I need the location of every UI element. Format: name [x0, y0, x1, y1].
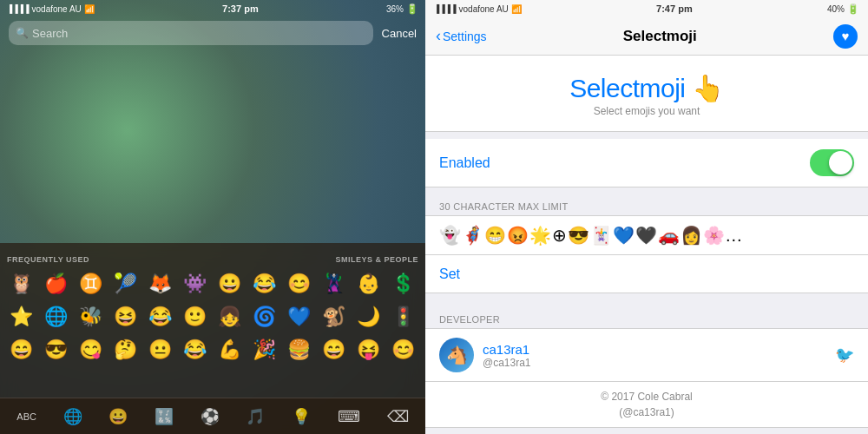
- app-subtitle: Select emojis you want: [425, 105, 868, 117]
- battery-label-right: 40%: [827, 4, 845, 14]
- copyright-row: © 2017 Cole Cabral (@ca13ra1): [425, 382, 868, 428]
- emoji-cell[interactable]: 🌙: [351, 300, 385, 333]
- emoji-cell[interactable]: 💪: [212, 333, 247, 366]
- left-panel: ▐▐▐▐ vodafone AU 📶 7:37 pm 36% 🔋 🔍 Searc…: [0, 0, 425, 434]
- emoji-cell[interactable]: 👾: [177, 267, 212, 300]
- keyboard-icon[interactable]: ⌨: [338, 407, 360, 426]
- emoji-cell[interactable]: 🚦: [385, 300, 420, 333]
- emoji-cell[interactable]: 👧: [212, 300, 247, 333]
- emoji-cell[interactable]: 😂: [247, 267, 281, 300]
- toggle-knob: [829, 151, 852, 174]
- emoji-cell[interactable]: 😊: [281, 267, 316, 300]
- battery-info: 36% 🔋: [386, 3, 418, 15]
- search-placeholder: Search: [32, 27, 68, 40]
- emoji-cell[interactable]: 💲: [385, 267, 420, 300]
- carrier-name-right: vodafone AU: [459, 4, 509, 14]
- emoji-keyboard: FREQUENTLY USED SMILEYS & PEOPLE 🦉 🍎 ♊ 🎾…: [0, 252, 425, 434]
- set-label: Set: [439, 266, 460, 282]
- battery-icon: 🔋: [406, 3, 418, 15]
- emoji-selection-row[interactable]: 👻🦸😁😡🌟⊕😎🃏💙🖤🚗👩🌸...: [425, 215, 868, 255]
- search-input-wrap[interactable]: 🔍 Search: [9, 21, 373, 45]
- search-icon: 🔍: [16, 27, 29, 39]
- sports-icon[interactable]: ⚽: [201, 407, 220, 426]
- music-icon[interactable]: 🎵: [246, 407, 265, 426]
- emoji-cell[interactable]: 😂: [142, 300, 177, 333]
- emoji-cell[interactable]: 🐒: [316, 300, 351, 333]
- smiley-icon[interactable]: 😀: [108, 407, 128, 426]
- enabled-label: Enabled: [439, 155, 490, 171]
- emoji-cell[interactable]: ♊: [73, 267, 108, 300]
- emoji-cell[interactable]: 🐝: [73, 300, 108, 333]
- emoji-cell[interactable]: 😋: [73, 333, 108, 366]
- emoji-cell[interactable]: 🙂: [177, 300, 212, 333]
- emoji-cell[interactable]: 😝: [351, 333, 385, 366]
- back-button[interactable]: ‹ Settings: [436, 27, 487, 45]
- carrier-info: ▐▐▐▐ vodafone AU 📶: [7, 4, 95, 14]
- back-arrow-icon: ‹: [436, 27, 441, 45]
- emoji-cell[interactable]: 🤔: [108, 333, 142, 366]
- section-divider-3: [425, 293, 868, 300]
- battery-label: 36%: [386, 4, 404, 14]
- app-header: Selectmoji 👆 Select emojis you want: [425, 56, 868, 132]
- emoji-cell[interactable]: 😂: [177, 333, 212, 366]
- status-time: 7:37 pm: [222, 3, 259, 14]
- carrier-info-right: ▐▐▐▐ vodafone AU 📶: [434, 4, 522, 14]
- nav-title: Selectmoji: [623, 28, 697, 45]
- wifi-icon: 📶: [84, 4, 95, 14]
- developer-section: DEVELOPER 🐴 ca13ra1 @ca13ra1 🐦 © 2017 Co…: [425, 307, 868, 428]
- symbols-icon[interactable]: 🔣: [155, 407, 174, 426]
- signal-bars-right: ▐▐▐▐: [434, 4, 457, 13]
- emoji-cell[interactable]: 😎: [38, 333, 73, 366]
- heart-icon: ♥: [842, 29, 850, 43]
- nav-bar: ‹ Settings Selectmoji ♥: [425, 17, 868, 56]
- emoji-toolbar: ABC 🌐 😀 🔣 ⚽ 🎵 💡 ⌨ ⌫: [0, 398, 425, 434]
- twitter-button[interactable]: 🐦: [835, 345, 854, 365]
- dev-name[interactable]: ca13ra1: [483, 342, 826, 357]
- wifi-icon-right: 📶: [511, 4, 522, 14]
- emoji-cell[interactable]: 😀: [212, 267, 247, 300]
- battery-icon-right: 🔋: [847, 3, 859, 15]
- backspace-button[interactable]: ⌫: [387, 407, 409, 426]
- emoji-cell[interactable]: 😆: [108, 300, 142, 333]
- dev-avatar: 🐴: [439, 338, 474, 372]
- search-bar: 🔍 Search Cancel: [0, 17, 425, 49]
- status-time-right: 7:47 pm: [656, 3, 693, 14]
- set-row[interactable]: Set: [425, 255, 868, 293]
- section-divider-2: [425, 187, 868, 194]
- emoji-cell[interactable]: 🦊: [142, 267, 177, 300]
- emoji-cell[interactable]: 😊: [385, 333, 420, 366]
- emoji-section-headers: FREQUENTLY USED SMILEYS & PEOPLE: [0, 252, 425, 266]
- emoji-cell[interactable]: 🎉: [247, 333, 281, 366]
- emoji-cell[interactable]: 💙: [281, 300, 316, 333]
- emoji-cell[interactable]: 🍎: [38, 267, 73, 300]
- smileys-header: SMILEYS & PEOPLE: [335, 255, 418, 264]
- emoji-cell[interactable]: 😄: [316, 333, 351, 366]
- char-limit-header: 30 CHARACTER MAX LIMIT: [425, 194, 868, 215]
- app-title: Selectmoji 👆: [425, 73, 868, 103]
- emoji-cell[interactable]: 😄: [3, 333, 38, 366]
- developer-row: 🐴 ca13ra1 @ca13ra1 🐦: [425, 328, 868, 382]
- signal-bars: ▐▐▐▐: [7, 4, 30, 13]
- cancel-button[interactable]: Cancel: [382, 27, 417, 40]
- status-bar-left: ▐▐▐▐ vodafone AU 📶 7:37 pm 36% 🔋: [0, 0, 425, 17]
- globe-icon[interactable]: 🌐: [63, 407, 82, 426]
- abc-button[interactable]: ABC: [16, 411, 36, 422]
- enabled-toggle[interactable]: [810, 149, 854, 176]
- emoji-cell[interactable]: 🦉: [3, 267, 38, 300]
- heart-button[interactable]: ♥: [833, 24, 858, 49]
- emoji-cell[interactable]: ⭐: [3, 300, 38, 333]
- dev-info: ca13ra1 @ca13ra1: [483, 342, 826, 369]
- status-bar-right: ▐▐▐▐ vodafone AU 📶 7:47 pm 40% 🔋: [425, 0, 868, 17]
- emoji-cell[interactable]: 🦹: [316, 267, 351, 300]
- emoji-cell[interactable]: 😐: [142, 333, 177, 366]
- dev-handle: @ca13ra1: [483, 357, 826, 369]
- carrier-name: vodafone AU: [32, 4, 82, 14]
- emoji-cell[interactable]: 🌐: [38, 300, 73, 333]
- emoji-cell[interactable]: 🌀: [247, 300, 281, 333]
- right-panel: ▐▐▐▐ vodafone AU 📶 7:47 pm 40% 🔋 ‹ Setti…: [425, 0, 868, 434]
- objects-icon[interactable]: 💡: [292, 407, 311, 426]
- emoji-cell[interactable]: 🎾: [108, 267, 142, 300]
- enabled-row: Enabled: [425, 139, 868, 187]
- emoji-cell[interactable]: 👶: [351, 267, 385, 300]
- emoji-cell[interactable]: 🍔: [281, 333, 316, 366]
